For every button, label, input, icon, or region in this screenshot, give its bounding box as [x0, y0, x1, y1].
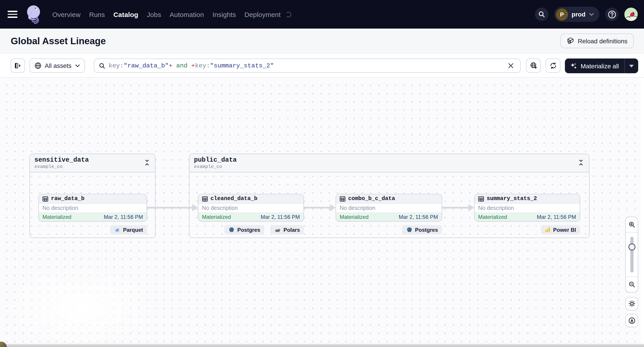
- asset-name: raw_data_b: [51, 196, 84, 202]
- reload-definitions-button[interactable]: Reload definitions: [560, 33, 634, 48]
- postgres-icon: [228, 227, 235, 233]
- dagster-logo-icon[interactable]: [24, 4, 42, 24]
- asset-tags: Parquet: [38, 225, 147, 235]
- asset-scope-filter[interactable]: All assets: [30, 58, 85, 73]
- tag-postgres[interactable]: Postgres: [402, 225, 442, 235]
- graph-settings-button[interactable]: [625, 297, 638, 310]
- nav-item-catalog[interactable]: Catalog: [113, 10, 138, 18]
- asset-status-row: Materialized Mar 2, 11:56 PM: [39, 213, 146, 221]
- download-graph-button[interactable]: [625, 314, 638, 327]
- asset-node-cleaned_data_b[interactable]: cleaned_data_b No description Materializ…: [198, 194, 304, 222]
- globe-plus-icon: [530, 62, 537, 69]
- user-avatar[interactable]: [624, 7, 638, 21]
- lineage-edge: [442, 207, 469, 209]
- refresh-graph-button[interactable]: [546, 58, 560, 73]
- filter-to-selection-button[interactable]: [526, 58, 541, 73]
- download-icon: [628, 317, 635, 324]
- lineage-toolbar: All assets key:"raw_data_b"+ and +key:"s…: [0, 54, 644, 78]
- lineage-edge-arrowhead: [192, 204, 198, 211]
- asset-node-header: raw_data_b: [39, 194, 146, 204]
- materialize-options-button[interactable]: [624, 58, 638, 73]
- asset-search-input[interactable]: key:"raw_data_b"+ and +key:"summary_stat…: [94, 58, 521, 73]
- tag-postgres[interactable]: Postgres: [224, 225, 264, 235]
- chevron-down-icon: [589, 13, 594, 16]
- search-icon: [99, 62, 106, 69]
- lineage-edge-arrowhead: [330, 204, 336, 211]
- loading-spinner-icon: [286, 11, 292, 17]
- asset-node-header: cleaned_data_b: [198, 194, 304, 204]
- nav-item-jobs[interactable]: Jobs: [147, 10, 161, 18]
- asset-tags: Postgres: [336, 225, 442, 235]
- zoom-out-icon: [628, 281, 635, 288]
- asset-node-combo_b_c_data[interactable]: combo_b_c_data No description Materializ…: [336, 194, 442, 222]
- nav-links: Overview Runs Catalog Jobs Automation In…: [52, 10, 292, 18]
- zoom-slider-thumb[interactable]: [628, 243, 635, 251]
- tag-label: Postgres: [237, 227, 260, 233]
- group-header[interactable]: sensitive_data example_co: [30, 154, 155, 172]
- collapse-group-icon[interactable]: [578, 159, 586, 167]
- table-icon: [340, 196, 346, 202]
- nav-item-insights[interactable]: Insights: [212, 10, 236, 18]
- powerbi-icon: [544, 227, 550, 233]
- zoom-controls: [625, 217, 638, 293]
- lineage-edge: [147, 207, 192, 209]
- top-nav: Overview Runs Catalog Jobs Automation In…: [0, 0, 644, 28]
- asset-status-row: Materialized Mar 2, 11:56 PM: [198, 213, 304, 221]
- collapse-group-icon[interactable]: [144, 159, 152, 167]
- query-segment: key:: [108, 62, 124, 69]
- refresh-icon: [550, 62, 557, 69]
- asset-description: No description: [336, 204, 442, 213]
- materialize-all-button[interactable]: Materialize all: [565, 58, 624, 73]
- asset-status-row: Materialized Mar 2, 11:56 PM: [474, 213, 580, 221]
- environment-switcher[interactable]: P prod: [554, 7, 599, 22]
- help-icon: [608, 10, 616, 18]
- sparkles-icon: [570, 62, 577, 69]
- asset-tags: Power BI: [474, 225, 580, 235]
- materialization-timestamp: Mar 2, 11:56 PM: [399, 214, 438, 220]
- asset-node-summary_stats_2[interactable]: summary_stats_2 No description Materiali…: [474, 194, 580, 222]
- asset-node-raw_data_b[interactable]: raw_data_b No description Materialized M…: [38, 194, 147, 222]
- asset-name: cleaned_data_b: [210, 196, 258, 202]
- tag-powerbi[interactable]: Power BI: [540, 225, 580, 235]
- tag-polars[interactable]: Polars: [270, 225, 304, 235]
- materialization-timestamp: Mar 2, 11:56 PM: [537, 214, 576, 220]
- query-segment: key:: [195, 62, 210, 69]
- tag-label: Parquet: [123, 227, 143, 233]
- environment-avatar: P: [556, 8, 568, 20]
- table-icon: [42, 196, 48, 202]
- bottom-bar: [0, 344, 644, 347]
- environment-name: prod: [572, 11, 586, 18]
- lineage-canvas[interactable]: sensitive_data example_co public_data ex…: [0, 78, 644, 347]
- query-segment: and: [172, 62, 191, 69]
- clear-search-icon[interactable]: [506, 61, 516, 70]
- app-window: Overview Runs Catalog Jobs Automation In…: [0, 0, 644, 347]
- zoom-out-button[interactable]: [626, 277, 638, 292]
- zoom-in-button[interactable]: [626, 217, 638, 232]
- search-button[interactable]: [535, 7, 548, 21]
- group-title: public_data: [194, 156, 584, 164]
- nav-item-overview[interactable]: Overview: [52, 10, 81, 18]
- query-segment: +: [191, 62, 195, 69]
- page-title: Global Asset Lineage: [11, 35, 106, 46]
- asset-description: No description: [198, 204, 304, 213]
- zoom-slider-track[interactable]: [630, 237, 633, 272]
- asset-name: combo_b_c_data: [348, 196, 395, 202]
- tag-parquet[interactable]: Parquet: [110, 225, 147, 235]
- reload-cube-icon: [566, 37, 574, 45]
- asset-description: No description: [474, 204, 580, 213]
- group-header[interactable]: public_data example_co: [190, 154, 589, 172]
- help-button[interactable]: [605, 7, 618, 21]
- nav-item-automation[interactable]: Automation: [170, 10, 204, 18]
- tag-label: Postgres: [415, 227, 438, 233]
- materialize-all-split-button: Materialize all: [565, 58, 638, 73]
- collapse-sidebar-button[interactable]: [11, 58, 25, 73]
- hamburger-menu-icon[interactable]: [8, 11, 18, 18]
- nav-item-deployment[interactable]: Deployment: [244, 10, 281, 18]
- caret-down-icon: [629, 64, 634, 67]
- nav-item-runs[interactable]: Runs: [89, 10, 105, 18]
- query-segment: "summary_stats_2": [210, 62, 274, 69]
- tag-label: Power BI: [553, 227, 576, 233]
- group-code-location: example_co: [34, 164, 150, 170]
- group-title: sensitive_data: [34, 156, 150, 164]
- zoom-slider[interactable]: [626, 232, 638, 277]
